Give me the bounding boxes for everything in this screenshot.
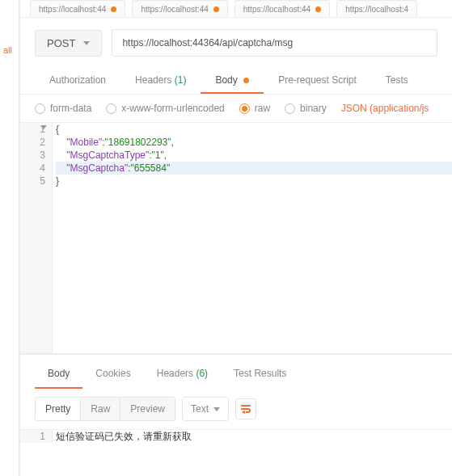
editor-code[interactable]: { "Mobile":"18691802293", "MsgCaptchaTyp… xyxy=(53,123,452,353)
request-body-editor[interactable]: 1 2 3 4 5 { "Mobile":"18691802293", "Msg… xyxy=(20,123,452,354)
radio-binary[interactable]: binary xyxy=(285,103,327,114)
editor-gutter: 1 2 3 4 5 xyxy=(20,123,53,353)
resp-headers-count: (6) xyxy=(196,368,208,379)
resp-tab-headers[interactable]: Headers (6) xyxy=(144,363,221,389)
request-tabs: Authorization Headers (1) Body Pre-reque… xyxy=(20,68,452,95)
body-modified-dot-icon xyxy=(243,78,249,83)
http-method-label: POST xyxy=(47,37,75,49)
response-format-select[interactable]: Text xyxy=(182,397,229,421)
fold-arrow-icon[interactable] xyxy=(40,125,47,129)
wrap-lines-button[interactable] xyxy=(235,398,256,419)
radio-raw[interactable]: raw xyxy=(239,103,270,114)
resp-tab-body[interactable]: Body xyxy=(35,363,82,389)
tab-tests[interactable]: Tests xyxy=(371,68,423,94)
unsaved-dot-icon xyxy=(111,6,116,12)
unsaved-dot-icon xyxy=(315,6,321,12)
resp-tab-test-results[interactable]: Test Results xyxy=(221,363,299,389)
headers-count: (1) xyxy=(175,74,187,86)
response-body-editor[interactable]: 1 短信验证码已失效，请重新获取 xyxy=(20,429,452,443)
chevron-down-icon xyxy=(213,407,220,411)
unsaved-dot-icon xyxy=(213,6,219,12)
preview-button[interactable]: Preview xyxy=(120,398,175,420)
browser-tabs: https://localhost:44 https://localhost:4… xyxy=(20,0,452,18)
radio-icon xyxy=(285,103,295,114)
resp-tab-cookies[interactable]: Cookies xyxy=(82,363,143,389)
pretty-button[interactable]: Pretty xyxy=(36,398,81,420)
response-gutter: 1 xyxy=(20,430,53,443)
tab-body[interactable]: Body xyxy=(201,68,264,94)
browser-tab[interactable]: https://localhost:44 xyxy=(132,0,227,17)
radio-form-data[interactable]: form-data xyxy=(35,103,91,114)
sidebar-collapse-label[interactable]: all xyxy=(3,45,12,55)
tab-prerequest[interactable]: Pre-request Script xyxy=(264,68,371,94)
radio-icon xyxy=(35,103,45,114)
browser-tab[interactable]: https://localhost:4 xyxy=(336,0,417,17)
radio-urlencoded[interactable]: x-www-form-urlencoded xyxy=(106,103,224,114)
request-url-input[interactable]: https://localhost:44364/api/captcha/msg xyxy=(112,29,437,57)
tab-headers[interactable]: Headers (1) xyxy=(120,68,201,94)
response-tabs: Body Cookies Headers (6) Test Results xyxy=(20,354,452,389)
radio-icon xyxy=(239,103,250,114)
browser-tab[interactable]: https://localhost:44 xyxy=(234,0,330,17)
browser-tab[interactable]: https://localhost:44 xyxy=(30,0,125,17)
content-type-select[interactable]: JSON (application/js xyxy=(341,103,429,114)
raw-button[interactable]: Raw xyxy=(81,398,120,420)
http-method-select[interactable]: POST xyxy=(35,30,102,57)
wrap-icon xyxy=(240,404,251,414)
response-view-mode: Pretty Raw Preview xyxy=(35,397,175,421)
radio-icon xyxy=(106,103,116,114)
tab-authorization[interactable]: Authorization xyxy=(35,68,120,94)
response-line: 短信验证码已失效，请重新获取 xyxy=(56,430,452,443)
chevron-down-icon xyxy=(83,41,90,45)
